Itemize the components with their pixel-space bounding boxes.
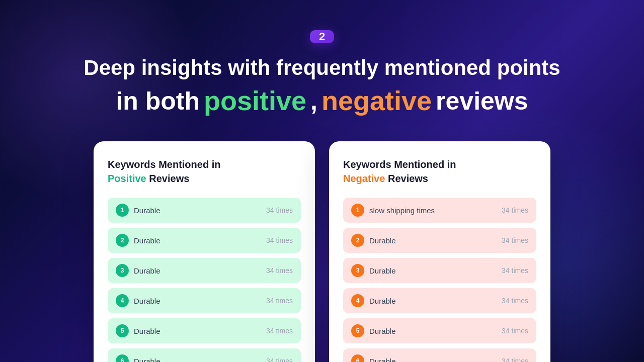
keyword-item: 5 Durable 34 times bbox=[108, 318, 301, 343]
positive-title-keyword: Positive bbox=[108, 173, 146, 184]
rank-badge: 4 bbox=[116, 294, 129, 307]
title-positive-word: positive bbox=[204, 84, 306, 117]
rank-badge: 6 bbox=[116, 354, 129, 362]
title-comma: , bbox=[310, 86, 317, 116]
positive-keyword-list: 1 Durable 34 times 2 Durable 34 times 3 … bbox=[108, 198, 301, 362]
negative-title-rest2: Reviews bbox=[388, 173, 428, 184]
keyword-item: 4 Durable 34 times bbox=[343, 288, 536, 313]
rank-badge: 2 bbox=[116, 234, 129, 247]
keyword-label: Durable bbox=[369, 357, 396, 362]
title-line1: Deep insights with frequently mentioned … bbox=[84, 55, 560, 80]
title-negative-word: negative bbox=[321, 84, 432, 117]
keyword-label: Durable bbox=[134, 266, 160, 275]
keyword-left: 4 Durable bbox=[351, 294, 396, 307]
keyword-count: 34 times bbox=[502, 266, 528, 275]
rank-badge: 5 bbox=[351, 324, 364, 337]
keyword-count: 34 times bbox=[266, 236, 293, 244]
positive-title-prefix: Keywords Mentioned in bbox=[108, 159, 220, 170]
keyword-left: 1 Durable bbox=[116, 204, 160, 217]
keyword-item: 4 Durable 34 times bbox=[108, 288, 301, 313]
keyword-count: 34 times bbox=[266, 266, 293, 275]
negative-keyword-list: 1 slow shipping times 34 times 2 Durable… bbox=[343, 198, 536, 362]
keyword-label: Durable bbox=[369, 327, 396, 335]
title-in-both: in both bbox=[116, 86, 200, 116]
positive-card: Keywords Mentioned in Positive Reviews 1… bbox=[94, 141, 315, 362]
keyword-left: 2 Durable bbox=[351, 234, 396, 247]
badge-number: 2 bbox=[319, 30, 325, 43]
keyword-label: Durable bbox=[369, 236, 396, 245]
keyword-item: 1 Durable 34 times bbox=[108, 198, 301, 223]
keyword-label: slow shipping times bbox=[369, 206, 435, 215]
keyword-item: 2 Durable 34 times bbox=[108, 228, 301, 253]
keyword-item: 6 Durable 34 times bbox=[343, 348, 536, 362]
keyword-item: 6 Durable 34 times bbox=[108, 348, 301, 362]
keyword-label: Durable bbox=[134, 357, 160, 362]
keyword-count: 34 times bbox=[502, 236, 528, 244]
keyword-count: 34 times bbox=[502, 327, 528, 335]
keyword-label: Durable bbox=[369, 266, 396, 275]
keyword-count: 34 times bbox=[502, 297, 528, 305]
positive-title-rest2: Reviews bbox=[149, 173, 189, 184]
keyword-count: 34 times bbox=[266, 357, 293, 362]
keyword-count: 34 times bbox=[266, 206, 293, 214]
cards-container: Keywords Mentioned in Positive Reviews 1… bbox=[0, 141, 644, 362]
keyword-count: 34 times bbox=[266, 297, 293, 305]
rank-badge: 3 bbox=[116, 264, 129, 277]
keyword-left: 2 Durable bbox=[116, 234, 160, 247]
keyword-left: 5 Durable bbox=[116, 324, 160, 337]
page-wrapper: 2 Deep insights with frequently mentione… bbox=[0, 0, 644, 362]
keyword-label: Durable bbox=[134, 236, 160, 245]
negative-title-keyword: Negative bbox=[343, 173, 385, 184]
keyword-item: 2 Durable 34 times bbox=[343, 228, 536, 253]
keyword-left: 3 Durable bbox=[351, 264, 396, 277]
keyword-left: 5 Durable bbox=[351, 324, 396, 337]
keyword-count: 34 times bbox=[266, 327, 293, 335]
keyword-left: 1 slow shipping times bbox=[351, 204, 435, 217]
positive-card-title: Keywords Mentioned in Positive Reviews bbox=[108, 157, 301, 186]
title-line2: in both positive , negative reviews bbox=[84, 84, 560, 117]
rank-badge: 1 bbox=[116, 204, 129, 217]
rank-badge: 1 bbox=[351, 204, 364, 217]
rank-badge: 6 bbox=[351, 354, 364, 362]
keyword-item: 5 Durable 34 times bbox=[343, 318, 536, 343]
negative-title-prefix: Keywords Mentioned in bbox=[343, 159, 456, 170]
keyword-left: 6 Durable bbox=[116, 354, 160, 362]
rank-badge: 4 bbox=[351, 294, 364, 307]
keyword-count: 34 times bbox=[502, 357, 528, 362]
rank-badge: 5 bbox=[116, 324, 129, 337]
keyword-left: 3 Durable bbox=[116, 264, 160, 277]
keyword-item: 1 slow shipping times 34 times bbox=[343, 198, 536, 223]
keyword-left: 6 Durable bbox=[351, 354, 396, 362]
keyword-item: 3 Durable 34 times bbox=[343, 258, 536, 283]
keyword-left: 4 Durable bbox=[116, 294, 160, 307]
rank-badge: 3 bbox=[351, 264, 364, 277]
title-section: Deep insights with frequently mentioned … bbox=[84, 55, 560, 117]
keyword-count: 34 times bbox=[502, 206, 528, 214]
rank-badge: 2 bbox=[351, 234, 364, 247]
negative-card-title: Keywords Mentioned in Negative Reviews bbox=[343, 157, 536, 186]
keyword-label: Durable bbox=[134, 206, 160, 215]
keyword-label: Durable bbox=[134, 297, 160, 305]
keyword-item: 3 Durable 34 times bbox=[108, 258, 301, 283]
negative-card: Keywords Mentioned in Negative Reviews 1… bbox=[329, 141, 550, 362]
keyword-label: Durable bbox=[134, 327, 160, 335]
keyword-label: Durable bbox=[369, 297, 396, 305]
title-reviews: reviews bbox=[436, 86, 528, 116]
step-badge: 2 bbox=[310, 30, 334, 43]
